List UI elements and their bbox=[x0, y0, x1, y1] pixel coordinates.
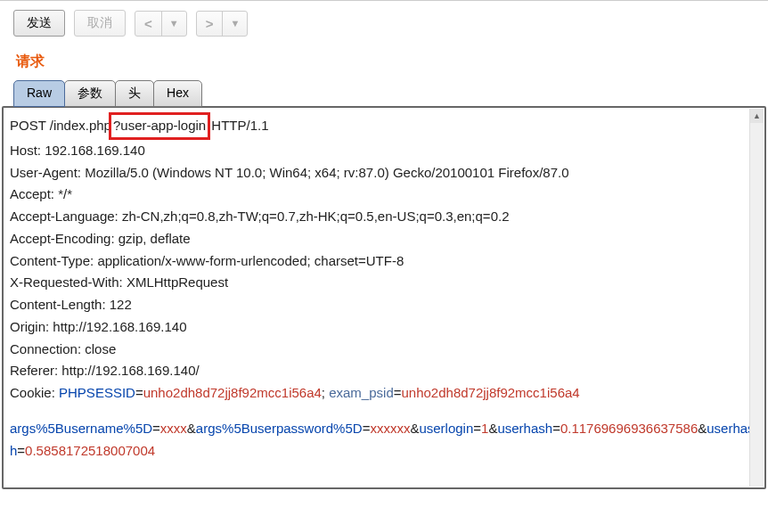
tab-params[interactable]: 参数 bbox=[64, 80, 116, 107]
scroll-up-icon[interactable]: ▲ bbox=[750, 109, 764, 123]
dropdown-icon: ▼ bbox=[223, 12, 247, 36]
header-referer: Referer: http://192.168.169.140/ bbox=[10, 360, 758, 382]
request-panel: POST /index.php?user-app-login HTTP/1.1 … bbox=[2, 106, 766, 489]
prev-button[interactable]: < ▼ bbox=[135, 11, 187, 37]
blank-line bbox=[10, 405, 758, 418]
header-accept-encoding: Accept-Encoding: gzip, deflate bbox=[10, 228, 758, 250]
header-content-type: Content-Type: application/x-www-form-url… bbox=[10, 250, 758, 273]
section-title-request: 请求 bbox=[0, 45, 768, 80]
tab-headers[interactable]: 头 bbox=[115, 80, 154, 107]
chevron-right-icon: > bbox=[197, 12, 224, 36]
header-origin: Origin: http://192.168.169.140 bbox=[10, 316, 758, 339]
header-host: Host: 192.168.169.140 bbox=[10, 140, 758, 162]
send-button[interactable]: 发送 bbox=[13, 10, 65, 37]
dropdown-icon: ▼ bbox=[162, 12, 186, 36]
header-accept-language: Accept-Language: zh-CN,zh;q=0.8,zh-TW;q=… bbox=[10, 206, 758, 228]
scrollbar[interactable]: ▲ bbox=[749, 109, 764, 487]
request-raw-text[interactable]: POST /index.php?user-app-login HTTP/1.1 … bbox=[4, 108, 764, 487]
header-x-requested-with: X-Requested-With: XMLHttpRequest bbox=[10, 272, 758, 294]
cancel-button[interactable]: 取消 bbox=[74, 10, 126, 37]
toolbar: 发送 取消 < ▼ > ▼ bbox=[0, 0, 768, 45]
chevron-left-icon: < bbox=[135, 12, 162, 36]
header-content-length: Content-Length: 122 bbox=[10, 294, 758, 316]
request-line: POST /index.php?user-app-login HTTP/1.1 bbox=[10, 112, 758, 140]
header-cookie: Cookie: PHPSESSID=unho2dh8d72jj8f92mcc1i… bbox=[10, 382, 758, 405]
highlighted-query: ?user-app-login bbox=[109, 112, 210, 140]
tabs: Raw 参数 头 Hex bbox=[0, 80, 768, 107]
request-body: args%5Busername%5D=xxxx&args%5Buserpassw… bbox=[10, 418, 758, 462]
header-user-agent: User-Agent: Mozilla/5.0 (Windows NT 10.0… bbox=[10, 162, 758, 184]
header-connection: Connection: close bbox=[10, 339, 758, 361]
tab-hex[interactable]: Hex bbox=[153, 80, 202, 107]
header-accept: Accept: */* bbox=[10, 184, 758, 206]
next-button[interactable]: > ▼ bbox=[196, 11, 249, 37]
tab-raw[interactable]: Raw bbox=[13, 80, 65, 107]
